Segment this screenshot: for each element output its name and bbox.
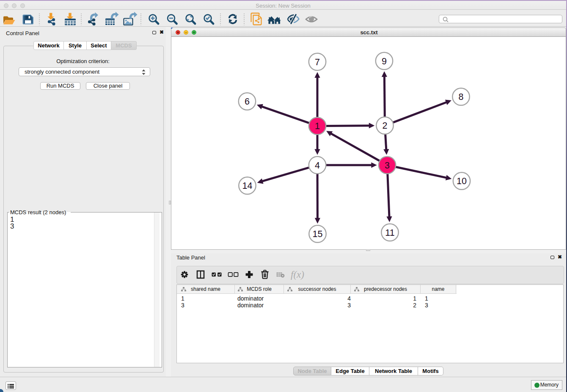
svg-text:8: 8 — [459, 92, 464, 102]
svg-text:10: 10 — [457, 176, 467, 186]
svg-text:7: 7 — [315, 57, 320, 67]
svg-text:11: 11 — [385, 228, 394, 238]
svg-text:2: 2 — [383, 121, 388, 131]
svg-text:15: 15 — [313, 229, 323, 239]
svg-text:9: 9 — [382, 56, 387, 66]
svg-text:3: 3 — [385, 160, 390, 171]
svg-text:4: 4 — [315, 160, 320, 171]
svg-text:1: 1 — [315, 121, 320, 131]
svg-text:f(x): f(x) — [291, 269, 304, 280]
svg-text:14: 14 — [242, 181, 253, 191]
svg-text:6: 6 — [245, 97, 250, 107]
